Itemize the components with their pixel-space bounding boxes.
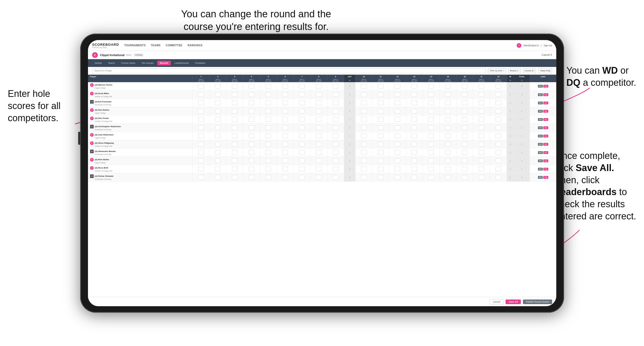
search-input[interactable] (92, 68, 486, 73)
hole-8-input[interactable] (316, 158, 322, 163)
hole-2-input[interactable] (215, 167, 221, 171)
hole-11-input[interactable] (378, 92, 383, 97)
hole-7-input[interactable] (299, 125, 305, 130)
hole-16-input[interactable] (462, 84, 468, 89)
hole-9-input[interactable] (333, 167, 338, 171)
save-all-button[interactable]: Save All (506, 299, 521, 304)
hole-2-input[interactable] (215, 117, 221, 122)
wd-button[interactable]: WD (538, 151, 543, 154)
dq-button[interactable]: DQ (543, 85, 548, 88)
sign-out-link[interactable]: Sign out (544, 44, 552, 47)
hole-12-input[interactable] (395, 167, 400, 171)
hole-4-input[interactable] (249, 92, 254, 97)
hole-5-input[interactable] (265, 117, 271, 122)
hole-6-input[interactable] (282, 101, 288, 105)
nav-committee[interactable]: COMMITTEE (166, 44, 183, 47)
wd-button[interactable]: WD (538, 135, 543, 137)
hole-1-input[interactable] (198, 150, 204, 155)
hole-10-input[interactable] (361, 125, 367, 130)
hole-3-input[interactable] (232, 84, 238, 89)
hole-16-input[interactable] (462, 125, 468, 130)
wd-button[interactable]: WD (538, 110, 543, 113)
hole-10-input[interactable] (361, 134, 367, 138)
nav-tournaments[interactable]: TOURNAMENTS (124, 44, 146, 47)
hole-10-input[interactable] (361, 142, 367, 147)
hole-13-input[interactable] (411, 175, 417, 180)
hole-12-input[interactable] (395, 125, 400, 130)
dq-button[interactable]: DQ (543, 135, 548, 137)
hole-14-input[interactable] (428, 117, 434, 122)
hole-1-input[interactable] (198, 117, 204, 122)
hole-6-input[interactable] (282, 84, 288, 89)
hole-16-input[interactable] (462, 158, 468, 163)
hole-9-input[interactable] (333, 84, 338, 89)
wd-button[interactable]: WD (538, 168, 543, 171)
hole-10-input[interactable] (361, 117, 367, 122)
hole-11-input[interactable] (378, 158, 383, 163)
hole-14-input[interactable] (428, 158, 434, 163)
hole-1-input[interactable] (198, 142, 204, 147)
hole-15-input[interactable] (445, 92, 451, 97)
round-select[interactable]: Round 1 › (508, 68, 521, 73)
hole-13-input[interactable] (411, 134, 417, 138)
hole-6-input[interactable] (282, 117, 288, 122)
hole-11-input[interactable] (378, 109, 383, 113)
hole-17-input[interactable] (479, 101, 484, 105)
hole-18-input[interactable] (495, 167, 501, 171)
dq-button[interactable]: DQ (543, 93, 548, 96)
hole-6-input[interactable] (282, 175, 288, 180)
hole-17-input[interactable] (479, 125, 484, 130)
hole-9-input[interactable] (333, 92, 338, 97)
hole-7-input[interactable] (299, 101, 305, 105)
dq-button[interactable]: DQ (543, 110, 548, 113)
hole-12-input[interactable] (395, 142, 400, 147)
hole-3-input[interactable] (232, 150, 238, 155)
hole-17-input[interactable] (479, 150, 484, 155)
hole-9-input[interactable] (333, 125, 338, 130)
nav-teams[interactable]: TEAMS (151, 44, 161, 47)
hole-17-input[interactable] (479, 117, 484, 122)
hole-12-input[interactable] (395, 101, 400, 105)
cancel-button[interactable]: Cancel (490, 299, 504, 304)
hole-3-input[interactable] (232, 158, 238, 163)
hole-7-input[interactable] (299, 175, 305, 180)
tab-printables[interactable]: Printables (193, 61, 208, 65)
hole-16-input[interactable] (462, 167, 468, 171)
hole-2-input[interactable] (215, 101, 221, 105)
hole-8-input[interactable] (316, 109, 322, 113)
hole-17-input[interactable] (479, 134, 484, 138)
hole-9-input[interactable] (333, 175, 338, 180)
hole-4-input[interactable] (249, 175, 254, 180)
hole-18-input[interactable] (495, 92, 501, 97)
hole-18-input[interactable] (495, 142, 501, 147)
hole-12-input[interactable] (395, 117, 400, 122)
hole-4-input[interactable] (249, 101, 254, 105)
hole-15-input[interactable] (445, 142, 451, 147)
hole-3-input[interactable] (232, 125, 238, 130)
hole-16-input[interactable] (462, 134, 468, 138)
hole-2-input[interactable] (215, 158, 221, 163)
hole-9-input[interactable] (333, 134, 338, 138)
dq-button[interactable]: DQ (543, 118, 548, 121)
hole-1-input[interactable] (198, 109, 204, 113)
tab-course-setup[interactable]: Course Setup (119, 61, 138, 65)
hole-17-input[interactable] (479, 142, 484, 147)
dq-button[interactable]: DQ (543, 168, 548, 171)
hole-3-input[interactable] (232, 175, 238, 180)
dq-button[interactable]: DQ (543, 126, 548, 129)
hole-7-input[interactable] (299, 134, 305, 138)
nav-rankings[interactable]: RANKINGS (188, 44, 202, 47)
hole-1-input[interactable] (198, 84, 204, 89)
tab-results[interactable]: Results (157, 61, 171, 65)
hole-15-input[interactable] (445, 109, 451, 113)
hole-2-input[interactable] (215, 125, 221, 130)
hole-10-input[interactable] (361, 150, 367, 155)
hole-7-input[interactable] (299, 109, 305, 113)
hole-17-input[interactable] (479, 84, 484, 89)
hole-1-input[interactable] (198, 92, 204, 97)
hole-1-input[interactable] (198, 167, 204, 171)
hole-2-input[interactable] (215, 175, 221, 180)
hole-13-input[interactable] (411, 109, 417, 113)
hole-2-input[interactable] (215, 134, 221, 138)
hole-9-input[interactable] (333, 109, 338, 113)
